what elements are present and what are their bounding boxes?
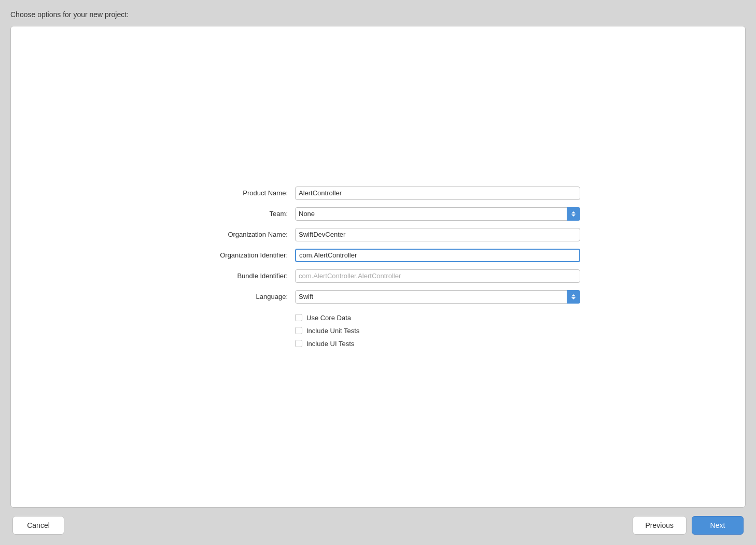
include-ui-tests-label: Include UI Tests: [306, 340, 354, 348]
page-title: Choose options for your new project:: [10, 10, 746, 19]
team-field: None Add an Account...: [295, 207, 580, 221]
include-ui-tests-checkbox[interactable]: [295, 340, 302, 347]
include-ui-tests-row: Include UI Tests: [295, 340, 580, 348]
use-core-data-checkbox[interactable]: [295, 314, 302, 321]
team-select-wrapper: None Add an Account...: [295, 207, 580, 221]
product-name-label: Product Name:: [176, 189, 295, 197]
team-select[interactable]: None Add an Account...: [295, 207, 580, 221]
org-id-input[interactable]: [295, 249, 580, 262]
org-id-field: [295, 249, 580, 262]
product-name-input[interactable]: [295, 187, 580, 200]
product-name-field: [295, 187, 580, 200]
cancel-button[interactable]: Cancel: [12, 516, 64, 535]
language-row: Language: Swift Objective-C: [176, 290, 580, 304]
bundle-id-input: [295, 269, 580, 283]
form-area: Product Name: Team: None Add an Account.…: [176, 187, 580, 348]
bundle-id-field: [295, 269, 580, 283]
org-name-row: Organization Name:: [176, 228, 580, 241]
checkbox-group: Use Core Data Include Unit Tests Include…: [295, 314, 580, 348]
product-name-row: Product Name:: [176, 187, 580, 200]
org-id-label: Organization Identifier:: [176, 251, 295, 259]
include-unit-tests-row: Include Unit Tests: [295, 327, 580, 335]
language-select[interactable]: Swift Objective-C: [295, 290, 580, 304]
bundle-id-label: Bundle Identifier:: [176, 272, 295, 280]
org-name-label: Organization Name:: [176, 231, 295, 238]
org-name-input[interactable]: [295, 228, 580, 241]
next-button[interactable]: Next: [692, 516, 744, 535]
bottom-bar: Cancel Previous Next: [10, 516, 746, 535]
include-unit-tests-label: Include Unit Tests: [306, 327, 359, 335]
team-row: Team: None Add an Account...: [176, 207, 580, 221]
language-label: Language:: [176, 293, 295, 300]
previous-button[interactable]: Previous: [633, 516, 687, 535]
use-core-data-row: Use Core Data: [295, 314, 580, 322]
include-unit-tests-checkbox[interactable]: [295, 327, 302, 334]
org-name-field: [295, 228, 580, 241]
bottom-right: Previous Next: [633, 516, 744, 535]
use-core-data-label: Use Core Data: [306, 314, 351, 322]
language-select-wrapper: Swift Objective-C: [295, 290, 580, 304]
language-field: Swift Objective-C: [295, 290, 580, 304]
org-id-row: Organization Identifier:: [176, 249, 580, 262]
team-label: Team:: [176, 210, 295, 218]
bundle-id-row: Bundle Identifier:: [176, 269, 580, 283]
main-panel: Product Name: Team: None Add an Account.…: [10, 26, 746, 508]
